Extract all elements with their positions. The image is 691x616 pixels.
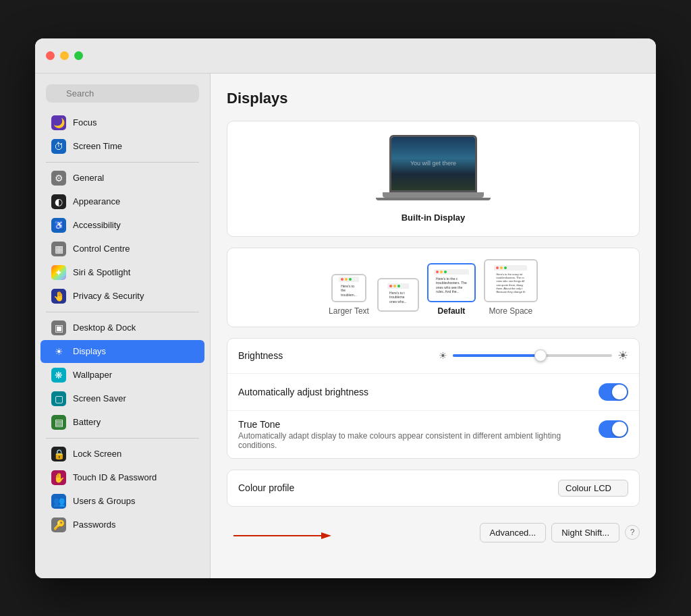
laptop-bottom xyxy=(376,198,491,200)
dot4-red xyxy=(496,267,499,269)
res-preview-text: Here's tothetroublem... xyxy=(339,282,359,300)
screen-saver-icon: ▢ xyxy=(51,391,66,406)
sidebar-item-passwords[interactable]: 🔑 Passwords xyxy=(40,513,204,536)
dot3-red xyxy=(436,271,439,273)
screen-text: You will get there xyxy=(410,160,456,167)
dot4-green xyxy=(504,267,507,269)
dot2-green xyxy=(397,285,400,287)
true-tone-toggle[interactable] xyxy=(599,420,628,438)
search-container: 🔍 xyxy=(35,84,210,111)
sidebar-item-label-control-centre: Control Centre xyxy=(73,244,130,254)
sidebar-item-label-touch-id: Touch ID & Password xyxy=(73,472,157,482)
sidebar-item-label-users-groups: Users & Groups xyxy=(73,496,135,506)
night-shift-button[interactable]: Night Shift... xyxy=(551,523,619,542)
auto-brightness-row: Automatically adjust brightness xyxy=(227,374,639,411)
settings-section: Brightness ☀ ☀ Automatically adjust brig… xyxy=(227,338,640,459)
dot3-green xyxy=(444,271,447,273)
sidebar-section-3: ▣ Desktop & Dock ☀ Displays ❋ Wallpaper … xyxy=(35,316,210,434)
sidebar-separator-3 xyxy=(46,438,199,439)
slider-thumb[interactable] xyxy=(534,349,547,362)
sidebar-item-label-desktop-dock: Desktop & Dock xyxy=(73,323,136,333)
screen-time-icon: ⏱ xyxy=(51,139,66,154)
slider-track[interactable] xyxy=(453,354,612,357)
sidebar-item-label-passwords: Passwords xyxy=(73,520,116,530)
colour-profile-select[interactable]: Colour LCD xyxy=(558,480,628,497)
sidebar-item-lock-screen[interactable]: 🔒 Lock Screen xyxy=(40,443,204,466)
content-area: 🔍 🌙 Focus ⏱ Screen Time ⚙ Ge xyxy=(35,74,656,578)
desktop-dock-icon: ▣ xyxy=(51,320,66,335)
sidebar-item-accessibility[interactable]: ♿ Accessibility xyxy=(40,214,204,237)
brightness-slider[interactable]: ☀ ☀ xyxy=(439,348,628,363)
resolution-preview-2: Here's to ttroublemaones who... xyxy=(377,278,419,312)
sidebar-item-label-general: General xyxy=(73,173,104,183)
brightness-label: Brightness xyxy=(238,350,428,361)
auto-brightness-knob xyxy=(612,385,627,399)
sidebar-item-touch-id[interactable]: ✋ Touch ID & Password xyxy=(40,466,204,489)
sidebar-item-general[interactable]: ⚙ General xyxy=(40,167,204,190)
close-button[interactable] xyxy=(46,51,55,60)
help-button[interactable]: ? xyxy=(625,525,640,540)
sidebar-separator-2 xyxy=(46,312,199,312)
res-preview-text-more-space: Here's to the crazy inttroubleshooters. … xyxy=(494,271,527,296)
sidebar-item-screen-time[interactable]: ⏱ Screen Time xyxy=(40,135,204,158)
control-centre-icon: ▦ xyxy=(51,242,66,256)
res-preview-text-2: Here's to ttroublemaones who... xyxy=(387,289,409,306)
displays-icon: ☀ xyxy=(51,344,66,359)
maximize-button[interactable] xyxy=(74,51,83,60)
resolution-option-more-space[interactable]: Here's to the crazy inttroubleshooters. … xyxy=(484,259,538,316)
sidebar-item-siri[interactable]: ✦ Siri & Spotlight xyxy=(40,261,204,284)
res-preview-text-default: Here's to the ctroubleshooters. Theones … xyxy=(434,275,469,296)
touch-id-icon: ✋ xyxy=(51,470,66,485)
sidebar-item-label-privacy: Privacy & Security xyxy=(73,291,144,301)
main-content: Displays You will get there Built-in Dis… xyxy=(211,74,656,578)
appearance-icon: ◐ xyxy=(51,194,66,209)
sidebar-item-wallpaper[interactable]: ❋ Wallpaper xyxy=(40,364,204,387)
sidebar-item-focus[interactable]: 🌙 Focus xyxy=(40,111,204,134)
dot-green xyxy=(349,278,352,281)
resolution-label-larger: Larger Text xyxy=(329,306,369,316)
arrow-indicator xyxy=(227,522,335,542)
sidebar-item-desktop-dock[interactable]: ▣ Desktop & Dock xyxy=(40,316,204,339)
arrow-svg xyxy=(227,522,335,542)
resolution-label-default: Default xyxy=(438,306,466,316)
colour-profile-row: Colour profile Colour LCD xyxy=(227,470,639,506)
colour-profile-select-wrapper: Colour LCD xyxy=(558,480,628,497)
sidebar-section-4: 🔒 Lock Screen ✋ Touch ID & Password 👥 Us… xyxy=(35,443,210,536)
minimize-button[interactable] xyxy=(60,51,69,60)
sidebar-item-label-lock-screen: Lock Screen xyxy=(73,449,121,459)
traffic-lights xyxy=(46,51,83,60)
laptop-base xyxy=(383,192,484,198)
sidebar-item-battery[interactable]: ▤ Battery xyxy=(40,411,204,434)
laptop-screen-inner: You will get there xyxy=(391,137,475,190)
sidebar-item-label-wallpaper: Wallpaper xyxy=(73,370,112,380)
sidebar-item-privacy[interactable]: 🤚 Privacy & Security xyxy=(40,285,204,308)
sidebar-item-screen-saver[interactable]: ▢ Screen Saver xyxy=(40,387,204,410)
sidebar-item-label-screen-time: Screen Time xyxy=(73,141,122,151)
resolution-option-2[interactable]: Here's to ttroublemaones who... xyxy=(377,278,419,316)
advanced-button[interactable]: Advanced... xyxy=(480,523,547,542)
search-input[interactable] xyxy=(46,84,199,103)
sidebar-item-appearance[interactable]: ◐ Appearance xyxy=(40,190,204,213)
resolution-option-default[interactable]: Here's to the ctroubleshooters. Theones … xyxy=(427,263,476,316)
slider-fill xyxy=(453,354,541,357)
brightness-high-icon: ☀ xyxy=(617,348,628,363)
resolution-option-larger[interactable]: Here's tothetroublem... Larger Text xyxy=(329,274,369,316)
colour-profile-label: Colour profile xyxy=(238,482,558,493)
sidebar-item-users-groups[interactable]: 👥 Users & Groups xyxy=(40,490,204,513)
res-dots-more xyxy=(494,265,527,271)
display-preview-section: You will get there Built-in Display xyxy=(227,121,640,237)
users-groups-icon: 👥 xyxy=(51,494,66,509)
brightness-low-icon: ☀ xyxy=(439,350,447,361)
sidebar-section-top: 🌙 Focus ⏱ Screen Time xyxy=(35,111,210,158)
sidebar-item-label-accessibility: Accessibility xyxy=(73,220,121,230)
auto-brightness-toggle[interactable] xyxy=(599,383,628,401)
resolution-label-more-space: More Space xyxy=(489,306,533,316)
true-tone-row: True Tone Automatically adapt display to… xyxy=(227,411,639,458)
sidebar-item-control-centre[interactable]: ▦ Control Centre xyxy=(40,237,204,260)
general-icon: ⚙ xyxy=(51,171,66,186)
sidebar-item-label-battery: Battery xyxy=(73,417,101,427)
privacy-icon: 🤚 xyxy=(51,289,66,304)
display-label: Built-in Display xyxy=(402,213,466,223)
dot-red xyxy=(341,278,343,281)
sidebar-item-displays[interactable]: ☀ Displays xyxy=(40,340,204,363)
